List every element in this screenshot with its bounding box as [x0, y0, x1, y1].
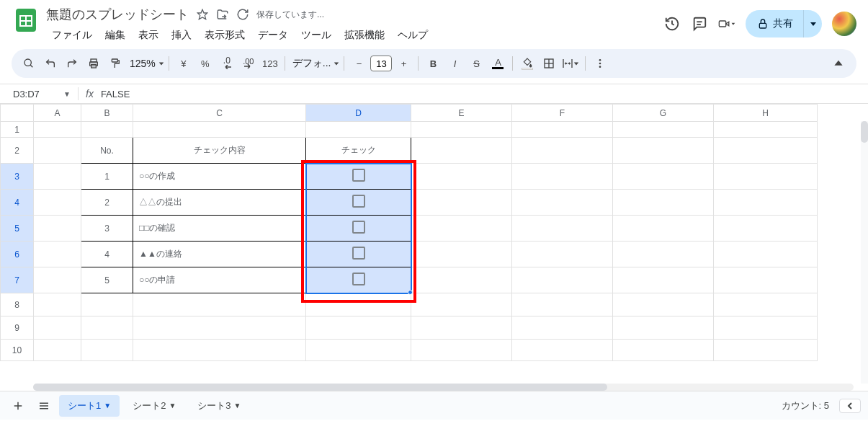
cell-H8[interactable]: [714, 293, 818, 316]
checkbox[interactable]: [352, 221, 365, 234]
share-button[interactable]: 共有: [746, 10, 822, 37]
cell-B2[interactable]: No.: [81, 138, 133, 164]
font-select[interactable]: デフォ...: [290, 53, 340, 74]
menu-insert[interactable]: 挿入: [166, 26, 197, 45]
cell-H3[interactable]: [714, 164, 818, 190]
cell-C7[interactable]: ○○の申請: [133, 267, 306, 293]
cell-G7[interactable]: [613, 267, 714, 293]
cell-G9[interactable]: [613, 316, 714, 340]
cell-D5[interactable]: [306, 216, 411, 242]
checkbox[interactable]: [352, 195, 365, 208]
cell-F7[interactable]: [512, 267, 613, 293]
scroll-tabs-left[interactable]: [839, 399, 861, 413]
cell-F2[interactable]: [512, 138, 613, 164]
cell-D7[interactable]: [306, 267, 411, 293]
cell-D3[interactable]: [306, 164, 411, 190]
cell-D4[interactable]: [306, 190, 411, 216]
cell-C4[interactable]: △△の提出: [133, 190, 306, 216]
cell-B5[interactable]: 3: [81, 216, 133, 242]
doc-title[interactable]: 無題のスプレッドシート: [46, 6, 189, 23]
cell-E9[interactable]: [411, 316, 512, 340]
borders-button[interactable]: [539, 53, 559, 74]
cell-E3[interactable]: [411, 164, 512, 190]
menu-help[interactable]: ヘルプ: [392, 26, 434, 45]
undo-icon[interactable]: [40, 53, 61, 74]
row-header-8[interactable]: 8: [1, 293, 34, 316]
cell-H4[interactable]: [714, 190, 818, 216]
cell-D6[interactable]: [306, 242, 411, 267]
cell-A7[interactable]: [34, 267, 81, 293]
search-icon[interactable]: [19, 53, 39, 74]
row-header-10[interactable]: 10: [1, 340, 34, 361]
sheet-tab-1[interactable]: シート1▼: [59, 395, 120, 417]
menu-tools[interactable]: ツール: [295, 26, 337, 45]
cell-H2[interactable]: [714, 138, 818, 164]
cell-B4[interactable]: 2: [81, 190, 133, 216]
increase-decimal-button[interactable]: .00: [238, 53, 259, 74]
name-box[interactable]: D3:D7: [13, 89, 56, 99]
cell-G3[interactable]: [613, 164, 714, 190]
cell-G4[interactable]: [613, 190, 714, 216]
col-header-D[interactable]: D: [306, 105, 411, 122]
row-header-3[interactable]: 3: [1, 164, 34, 190]
cell-H1[interactable]: [714, 122, 818, 138]
col-header-E[interactable]: E: [411, 105, 512, 122]
cell-C9[interactable]: [133, 316, 306, 340]
print-icon[interactable]: [84, 53, 104, 74]
cell-E6[interactable]: [411, 242, 512, 267]
cell-G1[interactable]: [613, 122, 714, 138]
cell-G8[interactable]: [613, 293, 714, 316]
cell-C8[interactable]: [133, 293, 306, 316]
name-box-dropdown[interactable]: ▼: [63, 90, 71, 98]
vertical-scrollbar[interactable]: [861, 121, 868, 384]
row-header-7[interactable]: 7: [1, 267, 34, 293]
fill-color-button[interactable]: [517, 53, 537, 74]
menu-data[interactable]: データ: [252, 26, 294, 45]
cell-G2[interactable]: [613, 138, 714, 164]
checkbox[interactable]: [352, 169, 365, 182]
col-header-G[interactable]: G: [613, 105, 714, 122]
sheet-tab-3[interactable]: シート3▼: [189, 395, 249, 417]
cloud-sync-icon[interactable]: [236, 8, 249, 21]
row-header-6[interactable]: 6: [1, 242, 34, 267]
share-dropdown[interactable]: [803, 10, 822, 37]
history-icon[interactable]: [663, 15, 681, 32]
cell-F1[interactable]: [512, 122, 613, 138]
cell-F5[interactable]: [512, 216, 613, 242]
italic-button[interactable]: I: [444, 53, 465, 74]
horizontal-scrollbar[interactable]: [33, 384, 854, 391]
cell-F9[interactable]: [512, 316, 613, 340]
zoom-select[interactable]: 125%: [127, 53, 164, 74]
cell-F6[interactable]: [512, 242, 613, 267]
formula-input[interactable]: FALSE: [101, 89, 130, 99]
bold-button[interactable]: B: [423, 53, 443, 74]
account-avatar[interactable]: [832, 12, 856, 36]
fontsize-input[interactable]: [370, 56, 392, 71]
strike-button[interactable]: S: [466, 53, 486, 74]
col-header-B[interactable]: B: [81, 105, 133, 122]
menu-view[interactable]: 表示: [133, 26, 164, 45]
merge-button[interactable]: [560, 53, 581, 74]
cell-E7[interactable]: [411, 267, 512, 293]
row-header-4[interactable]: 4: [1, 190, 34, 216]
percent-button[interactable]: %: [195, 53, 215, 74]
cell-H10[interactable]: [714, 340, 818, 361]
comment-icon[interactable]: [691, 15, 708, 32]
checkbox[interactable]: [352, 273, 365, 285]
number-format-button[interactable]: 123: [260, 53, 280, 74]
cell-B9[interactable]: [81, 316, 133, 340]
menu-file[interactable]: ファイル: [46, 26, 98, 45]
cell-D2[interactable]: チェック: [306, 138, 411, 164]
row-header-2[interactable]: 2: [1, 138, 34, 164]
col-header-C[interactable]: C: [133, 105, 306, 122]
cell-C10[interactable]: [133, 340, 306, 361]
cell-H9[interactable]: [714, 316, 818, 340]
fontsize-decrease[interactable]: −: [349, 53, 369, 74]
all-sheets-button[interactable]: [33, 395, 55, 417]
cell-A6[interactable]: [34, 242, 81, 267]
cell-F10[interactable]: [512, 340, 613, 361]
collapse-toolbar-icon[interactable]: [828, 53, 849, 74]
col-header-F[interactable]: F: [512, 105, 613, 122]
currency-button[interactable]: ¥: [174, 53, 194, 74]
cell-D10[interactable]: [306, 340, 411, 361]
